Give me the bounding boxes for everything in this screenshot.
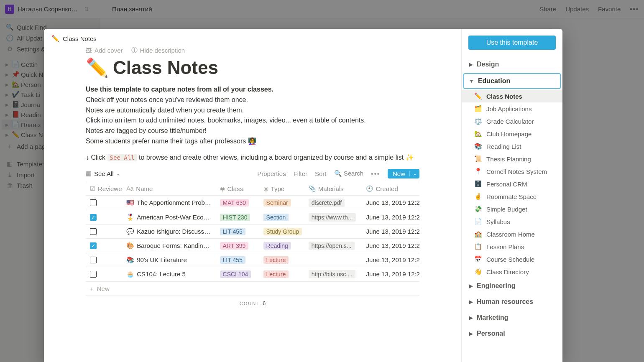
table-row[interactable]: 🇺🇸The Apportionment Problem MAT 630 Semi…: [86, 196, 419, 210]
table-row[interactable]: ✓ 🎖️American Post-War Economics HIST 230…: [86, 210, 419, 225]
material-link[interactable]: https://www.th...: [309, 213, 356, 222]
category-label: Education: [478, 77, 510, 85]
category-personal[interactable]: ▶Personal: [462, 326, 562, 342]
template-emoji: 📅: [474, 255, 482, 263]
template-modal: ✏️ Class Notes 🖼Add cover ⓘHide descript…: [44, 29, 562, 362]
col-reviewed[interactable]: Reviewed: [98, 185, 122, 192]
category-education[interactable]: ▼ Education: [463, 73, 561, 89]
template-emoji: 🏡: [474, 130, 482, 138]
class-tag[interactable]: CSCI 104: [220, 270, 251, 278]
template-label: Job Applications: [486, 105, 532, 112]
properties-button[interactable]: Properties: [257, 170, 286, 177]
col-materials[interactable]: Materials: [318, 185, 344, 192]
triangle-right-icon: ▶: [469, 315, 473, 321]
type-tag[interactable]: Seminar: [263, 199, 291, 206]
chevron-down-icon[interactable]: ⌄: [409, 171, 417, 176]
pencil-icon: ✏️: [51, 35, 59, 42]
template-item[interactable]: 🗂️Job Applications: [462, 102, 562, 115]
search-button[interactable]: 🔍 Search: [334, 170, 364, 177]
type-tag[interactable]: Study Group: [263, 228, 302, 235]
type-tag[interactable]: Section: [263, 214, 289, 221]
info-icon: ⓘ: [131, 46, 138, 54]
row-name[interactable]: 90's UK Literature: [137, 256, 187, 263]
count-label: COUNT: [240, 301, 260, 306]
table-row[interactable]: 📚90's UK Literature LIT 455 Lecture June…: [86, 253, 419, 267]
template-emoji: 📍: [474, 168, 482, 175]
new-label: New: [393, 170, 405, 177]
template-emoji: 👋: [474, 268, 482, 275]
new-row-button[interactable]: + New: [86, 282, 419, 296]
category-human-resources[interactable]: ▶Human resources: [462, 294, 562, 310]
template-item[interactable]: ⚖️Grade Calculator: [462, 115, 562, 127]
checkbox[interactable]: [90, 257, 97, 263]
checkbox[interactable]: [90, 199, 97, 206]
table-row[interactable]: ✓ 🎨Baroque Forms: Kandinsky ART 399 Read…: [86, 239, 419, 253]
col-name[interactable]: Name: [136, 185, 153, 192]
checkbox[interactable]: [90, 271, 97, 278]
template-emoji: 🤞: [474, 193, 482, 200]
template-item[interactable]: 📜Thesis Planning: [462, 153, 562, 165]
row-name[interactable]: Baroque Forms: Kandinsky: [137, 242, 211, 249]
row-name[interactable]: CS104: Lecture 5: [137, 270, 186, 278]
type-tag[interactable]: Lecture: [263, 256, 289, 264]
class-tag[interactable]: LIT 455: [220, 228, 245, 235]
triangle-right-icon: ▶: [469, 283, 473, 289]
triangle-right-icon: ▶: [469, 331, 473, 337]
class-tag[interactable]: LIT 455: [220, 256, 245, 264]
template-item[interactable]: 📅Course Schedule: [462, 253, 562, 265]
row-emoji: 📚: [126, 256, 134, 264]
category-design[interactable]: ▶Design: [462, 56, 562, 72]
template-item[interactable]: ✏️Class Notes: [462, 90, 562, 102]
template-item[interactable]: 💸Simple Budget: [462, 203, 562, 215]
col-class[interactable]: Class: [227, 185, 243, 192]
template-item[interactable]: 🏫Classroom Home: [462, 228, 562, 240]
template-item[interactable]: 🏡Club Homepage: [462, 127, 562, 140]
template-item[interactable]: 📚Reading List: [462, 140, 562, 153]
template-item[interactable]: 👋Class Directory: [462, 265, 562, 278]
new-button[interactable]: New ⌄: [388, 169, 419, 178]
checkbox[interactable]: [90, 228, 97, 235]
template-item[interactable]: 📋Lesson Plans: [462, 240, 562, 253]
class-tag[interactable]: MAT 630: [220, 199, 249, 206]
table-row[interactable]: 💬Kazuo Ishiguro: Discussion LIT 455 Stud…: [86, 225, 419, 239]
template-emoji: 📄: [474, 218, 482, 225]
page-emoji[interactable]: ✏️: [86, 57, 109, 79]
template-item[interactable]: 🗄️Personal CRM: [462, 178, 562, 190]
material-link[interactable]: http://bits.usc....: [309, 270, 355, 278]
view-selector[interactable]: ▦ See All ⌄: [86, 170, 120, 177]
view-label: See All: [94, 170, 114, 177]
category-marketing[interactable]: ▶Marketing: [462, 310, 562, 326]
type-tag[interactable]: Reading: [263, 242, 291, 250]
add-cover-button[interactable]: 🖼Add cover: [86, 46, 123, 54]
type-tag[interactable]: Lecture: [263, 270, 289, 278]
template-item[interactable]: 📍Cornell Notes System: [462, 165, 562, 178]
checkbox-checked[interactable]: ✓: [90, 242, 97, 249]
created-date: June 13, 2019 12:26: [362, 239, 419, 252]
page-title[interactable]: Class Notes: [113, 57, 218, 78]
modal-breadcrumb[interactable]: ✏️ Class Notes: [44, 29, 461, 46]
row-name[interactable]: Kazuo Ishiguro: Discussion: [137, 228, 211, 235]
class-tag[interactable]: ART 399: [220, 242, 249, 250]
col-created[interactable]: Created: [376, 185, 398, 192]
hide-description-button[interactable]: ⓘHide description: [131, 46, 185, 54]
filter-button[interactable]: Filter: [294, 170, 307, 177]
template-item[interactable]: 🤞Roommate Space: [462, 190, 562, 203]
table-row[interactable]: 🧁CS104: Lecture 5 CSCI 104 Lecture http:…: [86, 267, 419, 282]
row-name[interactable]: American Post-War Economics: [137, 214, 211, 221]
db-more-icon[interactable]: •••: [371, 170, 380, 177]
use-template-button[interactable]: Use this template: [468, 36, 556, 50]
checkbox-checked[interactable]: ✓: [90, 214, 97, 221]
sort-button[interactable]: Sort: [315, 170, 327, 177]
class-tag[interactable]: HIST 230: [220, 214, 250, 221]
row-count: COUNT6: [86, 296, 419, 311]
row-name[interactable]: The Apportionment Problem: [137, 199, 211, 206]
material-link[interactable]: discrete.pdf: [309, 199, 345, 207]
page-description[interactable]: Use this template to capture notes from …: [86, 84, 419, 147]
template-emoji: 📚: [474, 143, 482, 150]
template-label: Thesis Planning: [486, 156, 531, 163]
category-engineering[interactable]: ▶Engineering: [462, 278, 562, 294]
created-date: June 13, 2019 12:26: [362, 268, 419, 280]
material-link[interactable]: https://open.s...: [309, 242, 355, 250]
template-item[interactable]: 📄Syllabus: [462, 215, 562, 228]
col-type[interactable]: Type: [271, 185, 285, 192]
